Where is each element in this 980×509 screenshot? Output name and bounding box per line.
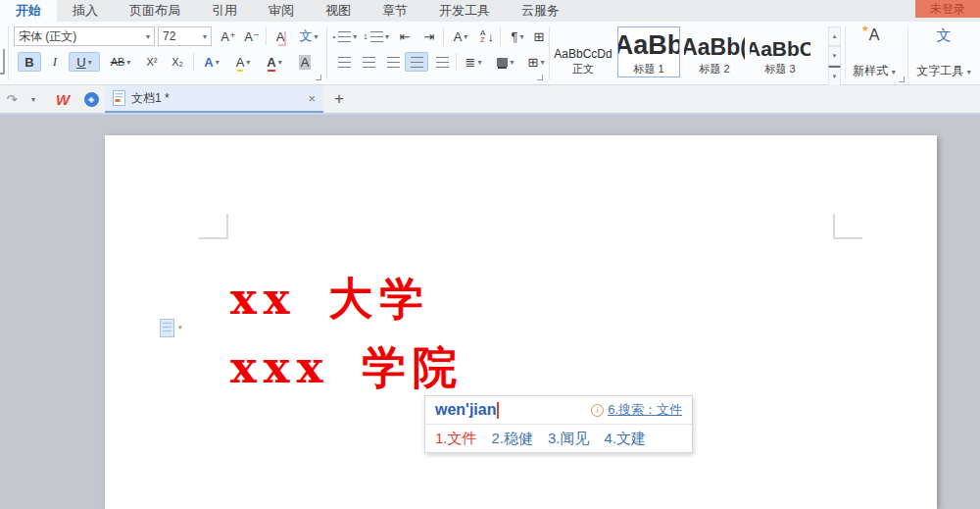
docer-button[interactable]: ◈	[80, 85, 102, 113]
font-size-value: 72	[163, 29, 175, 43]
font-color-button[interactable]: A▾	[261, 52, 288, 72]
document-tab[interactable]: 文档1 * ×	[105, 85, 323, 113]
styles-dialog-launcher[interactable]	[899, 76, 905, 82]
text-effects-button[interactable]: A▾	[198, 52, 225, 72]
new-tab-button[interactable]: +	[327, 85, 351, 113]
grow-font-button[interactable]: A⁺	[218, 26, 239, 46]
new-style-button[interactable]: ★A 新样式 ▾	[849, 26, 900, 79]
ime-search-area: i 6.搜索：文件	[591, 401, 682, 419]
show-marks-button[interactable]: ¶▾	[504, 26, 531, 46]
tab-home[interactable]: 开始	[0, 0, 57, 22]
ime-candidate-row: 1.文件 2.稳健 3.闻见 4.文建	[425, 425, 692, 453]
new-style-label: 新样式 ▾	[853, 63, 895, 79]
sort-button[interactable]: AZ↓	[477, 26, 497, 46]
ime-search-link[interactable]: 6.搜索：文件	[608, 401, 682, 419]
chevron-down-icon: ▾	[246, 58, 250, 67]
document-text-line1[interactable]: xx 大学	[230, 277, 430, 321]
superscript-button[interactable]: X²	[141, 52, 163, 72]
align-center-button[interactable]	[358, 52, 379, 72]
tab-review[interactable]: 审阅	[253, 0, 310, 22]
bold-button[interactable]: B	[18, 52, 41, 72]
grid-settings-button[interactable]: ⊞	[531, 26, 547, 46]
increase-indent-button[interactable]: ⇥	[418, 26, 440, 46]
redo-button[interactable]: ↷	[2, 85, 22, 113]
text-tool-icon: 文	[937, 26, 952, 45]
style-label: 正文	[572, 61, 594, 76]
paste-options-button[interactable]: ▾	[160, 319, 189, 340]
font-name-select[interactable]: 宋体 (正文)▾	[14, 26, 155, 46]
tab-view[interactable]: 视图	[310, 0, 367, 22]
wps-home-button[interactable]: W	[51, 85, 74, 113]
distribute-icon	[436, 57, 449, 68]
style-heading2[interactable]: AaBb( 标题 2	[683, 26, 746, 77]
style-scroll-down[interactable]: ▾	[828, 46, 841, 66]
line-spacing-button[interactable]: ≣▾	[460, 52, 487, 72]
ime-candidate-4[interactable]: 4.文建	[605, 430, 647, 448]
wps-logo-icon: W	[56, 91, 70, 108]
style-heading1[interactable]: AaBb 标题 1	[617, 26, 680, 77]
char-shading-button[interactable]: A	[294, 52, 316, 72]
subscript-button[interactable]: X₂	[167, 52, 188, 72]
strikethrough-button[interactable]: AB▾	[104, 52, 137, 72]
style-label: 标题 1	[633, 61, 663, 76]
ribbon-home: 宋体 (正文)▾ 72▾ A⁺ A⁻ A 文▾ B I U▾ AB▾ X² X₂…	[0, 22, 980, 85]
borders-button[interactable]: ⊞▾	[522, 52, 550, 72]
divider	[500, 27, 501, 45]
ime-candidate-3[interactable]: 3.闻见	[548, 430, 590, 448]
lines-glyph	[338, 31, 351, 42]
close-tab-icon[interactable]: ×	[308, 91, 316, 106]
tab-references[interactable]: 引用	[196, 0, 253, 22]
underline-icon: U	[76, 55, 85, 70]
justify-button[interactable]	[405, 52, 428, 72]
char-shading-icon: A	[299, 55, 312, 70]
group-divider	[549, 26, 550, 79]
tab-insert[interactable]: 插入	[57, 0, 114, 22]
numbered-list-button[interactable]: 1▾	[363, 26, 390, 46]
chevron-down-icon: ▾	[510, 58, 514, 67]
paragraph-dialog-launcher[interactable]	[537, 75, 543, 80]
tab-section[interactable]: 章节	[367, 0, 423, 22]
shrink-font-button[interactable]: A⁻	[241, 26, 263, 46]
undo-redo-menu[interactable]: ▾	[25, 85, 41, 113]
font-size-select[interactable]: 72▾	[158, 26, 212, 46]
text-tool-button[interactable]: 文 文字工具 ▾	[911, 26, 976, 79]
chevron-down-icon: ▾	[967, 68, 971, 76]
shading-button[interactable]: ▾	[492, 52, 519, 72]
distribute-button[interactable]	[431, 52, 453, 72]
style-gallery-expand[interactable]: ▾	[828, 66, 841, 86]
underline-button[interactable]: U▾	[69, 52, 100, 72]
char-scale-button[interactable]: A▾	[447, 26, 474, 46]
font-dialog-launcher[interactable]	[316, 75, 321, 80]
font-name-value: 宋体 (正文)	[19, 28, 76, 45]
style-heading3[interactable]: AaBbC 标题 3	[749, 26, 811, 77]
document-text-line2[interactable]: xxx 学院	[230, 345, 464, 389]
bullet-list-button[interactable]: •▾	[331, 26, 359, 46]
line-spacing-icon: ≣	[466, 55, 476, 70]
align-right-button[interactable]	[382, 52, 404, 72]
style-scroll-up[interactable]: ▴	[828, 26, 841, 46]
chevron-down-icon: ▾	[314, 32, 318, 41]
pinyin-guide-button[interactable]: 文▾	[294, 26, 323, 46]
chevron-down-icon: ▾	[385, 32, 389, 41]
style-normal[interactable]: AaBbCcDd 正文	[552, 26, 614, 77]
tab-developer[interactable]: 开发工具	[423, 0, 506, 22]
align-left-icon	[338, 57, 351, 68]
decrease-indent-button[interactable]: ⇤	[394, 26, 416, 46]
chevron-down-icon: ▾	[477, 58, 481, 67]
numbered-list-icon: 1	[364, 33, 368, 40]
italic-button[interactable]: I	[45, 52, 65, 72]
clear-format-button[interactable]: A	[270, 26, 291, 46]
tab-cloud[interactable]: 云服务	[506, 0, 575, 22]
ime-candidate-2[interactable]: 2.稳健	[492, 430, 534, 448]
login-button[interactable]: 未登录	[915, 0, 980, 18]
divider	[456, 53, 457, 71]
ime-candidate-1[interactable]: 1.文件	[435, 430, 477, 448]
chevron-down-icon: ▾	[353, 32, 357, 41]
justify-icon	[411, 57, 423, 68]
highlight-button[interactable]: A▾	[229, 52, 257, 72]
text-effects-icon: A	[204, 55, 213, 70]
style-preview: AaBb	[617, 30, 680, 61]
tab-page-layout[interactable]: 页面布局	[114, 0, 196, 22]
align-left-button[interactable]	[333, 52, 355, 72]
chevron-down-icon: ▾	[203, 32, 207, 41]
